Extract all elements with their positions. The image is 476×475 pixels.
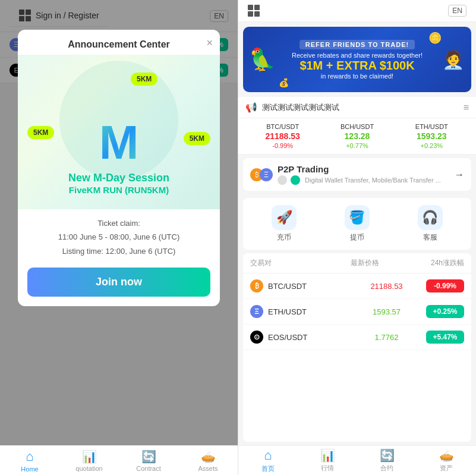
market-table: 交易对 最新价格 24h涨跌幅 ₿ BTC/USDT 21188.53 -0.9…	[243, 253, 471, 442]
market-row-btc[interactable]: ₿ BTC/USDT 21188.53 -0.99%	[243, 273, 471, 299]
right-nav-home[interactable]: ⌂ 首页	[238, 446, 298, 475]
quick-actions: 🚀 充币 🪣 提币 🎧 客服	[243, 198, 471, 250]
lang-button-right[interactable]: EN	[448, 5, 466, 17]
banner-refer-text: REFER FRIENDS TO TRADE!	[300, 40, 415, 49]
eos-pair: EOS/USDT	[268, 333, 347, 342]
col-price-header: 最新价格	[327, 258, 404, 268]
ticker-eth: ETH/USDT 1593.23 +0.23%	[395, 123, 469, 149]
right-panel: EN 🦜 🧑‍💼 🪙 💰 REFER FRIENDS TO TRADE! Rec…	[238, 0, 476, 475]
join-now-button[interactable]: Join now	[27, 268, 210, 297]
nav-item-quotation[interactable]: 📊 quotation	[59, 446, 119, 475]
right-nav-assets[interactable]: 🥧 资产	[417, 446, 476, 475]
market-table-header: 交易对 最新价格 24h涨跌幅	[243, 253, 471, 273]
nav-label-home: Home	[21, 465, 38, 473]
right-nav-contract[interactable]: 🔄 合约	[357, 446, 417, 475]
right-nav-label-contract: 合约	[380, 464, 393, 473]
ticker-price-btc: 21188.53	[245, 131, 320, 141]
p2p-banner[interactable]: ₿ Ξ P2P Trading Digital Wallet Transfer,…	[243, 158, 471, 191]
badge-5km-top: 5KM	[131, 73, 157, 86]
p2p-usdt-icon	[291, 175, 300, 185]
announcement-modal: Announcement Center × 5KM 5KM 5KM M New …	[18, 30, 220, 306]
deposit-label: 充币	[277, 232, 291, 243]
eos-row-icon: ⊙	[250, 331, 263, 344]
announcement-menu-icon[interactable]: ≡	[464, 102, 469, 113]
badge-5km-left: 5KM	[27, 126, 54, 139]
home-icon: ⌂	[26, 449, 33, 464]
eos-change: +5.47%	[426, 331, 464, 344]
eth-price: 1593.57	[347, 307, 426, 316]
service-action[interactable]: 🎧 客服	[418, 205, 443, 243]
p2p-title: P2P Trading	[278, 164, 450, 174]
ticker-pair-eth: ETH/USDT	[395, 123, 469, 130]
p2p-arrow-icon: →	[455, 169, 464, 180]
announcement-bar: 📢 测试测试测试测试测试 ≡	[238, 97, 476, 118]
ticker-price-bch: 123.28	[320, 131, 394, 141]
contract-icon: 🔄	[141, 449, 156, 464]
ticker-change-bch: +0.77%	[320, 142, 394, 149]
nav-item-home[interactable]: ⌂ Home	[0, 446, 59, 475]
ticket-time: 11:00 June 5 - 08:00, June 6 (UTC)	[58, 232, 180, 241]
p2p-sub-text: Digital Wallet Transfer, Mobile/Bank Tra…	[305, 177, 441, 184]
deposit-icon: 🚀	[272, 205, 297, 230]
left-bottom-nav: ⌂ Home 📊 quotation 🔄 Contract 🥧 Assets	[0, 445, 238, 475]
modal-header: Announcement Center ×	[18, 30, 220, 55]
nav-item-contract[interactable]: 🔄 Contract	[119, 446, 178, 475]
m-logo-icon: M	[99, 119, 139, 166]
p2p-subtitle: Digital Wallet Transfer, Mobile/Bank Tra…	[278, 175, 450, 185]
right-promo-banner[interactable]: 🦜 🧑‍💼 🪙 💰 REFER FRIENDS TO TRADE! Receiv…	[243, 27, 471, 92]
btc-price: 21188.53	[347, 282, 426, 291]
ticker-pair-bch: BCH/USDT	[320, 123, 394, 130]
col-pair-header: 交易对	[250, 258, 327, 268]
withdraw-label: 提币	[350, 232, 364, 243]
col-change-header: 24h涨跌幅	[403, 258, 464, 268]
assets-icon: 🥧	[201, 449, 216, 464]
service-label: 客服	[423, 232, 437, 243]
announcement-text: 测试测试测试测试测试	[262, 102, 459, 113]
right-contract-icon: 🔄	[380, 448, 395, 463]
p2p-eth-icon: Ξ	[260, 168, 273, 181]
right-market-icon: 📊	[320, 448, 335, 463]
eth-pair: ETH/USDT	[268, 307, 347, 316]
p2p-icons: ₿ Ξ	[250, 168, 273, 181]
right-logo-area	[248, 5, 260, 17]
right-logo-grid-icon	[248, 5, 260, 17]
banner-footer-text: in rewards to be claimed!	[321, 73, 393, 80]
market-row-eth[interactable]: Ξ ETH/USDT 1593.57 +0.25%	[243, 299, 471, 325]
p2p-info: P2P Trading Digital Wallet Transfer, Mob…	[278, 164, 450, 185]
eth-row-icon: Ξ	[250, 305, 263, 318]
deposit-action[interactable]: 🚀 充币	[272, 205, 297, 243]
ticket-label: Ticket claim:	[97, 219, 140, 228]
nav-item-assets[interactable]: 🥧 Assets	[178, 446, 238, 475]
right-nav-label-assets: 资产	[440, 464, 453, 473]
ticker-bch: BCH/USDT 123.28 +0.77%	[320, 123, 394, 149]
btc-pair: BTC/USDT	[268, 282, 347, 291]
withdraw-icon: 🪣	[345, 205, 370, 230]
banner-coin-icon: 🪙	[428, 32, 442, 45]
eth-change: +0.25%	[426, 305, 464, 318]
btc-change: -0.99%	[426, 279, 464, 292]
market-row-eos[interactable]: ⊙ EOS/USDT 1.7762 +5.47%	[243, 325, 471, 350]
quotation-icon: 📊	[82, 449, 97, 464]
modal-close-button[interactable]: ×	[206, 37, 213, 49]
btc-row-icon: ₿	[250, 279, 263, 292]
right-home-icon: ⌂	[264, 448, 272, 463]
left-panel: Sign in / Register EN Ξ ETH/USDT 1592.45…	[0, 0, 238, 475]
right-nav-market[interactable]: 📊 行情	[298, 446, 357, 475]
right-nav-label-market: 行情	[321, 464, 334, 473]
nav-label-quotation: quotation	[75, 465, 102, 472]
modal-title: Announcement Center	[68, 39, 170, 49]
ticket-info: Ticket claim: 11:00 June 5 - 08:00, June…	[27, 216, 210, 258]
p2p-sub-icon	[278, 175, 287, 185]
banner-bird-icon: 🦜	[249, 47, 276, 72]
banner-title: New M-Day Session	[68, 171, 169, 185]
announcement-overlay[interactable]: Announcement Center × 5KM 5KM 5KM M New …	[0, 0, 238, 445]
service-icon: 🎧	[418, 205, 443, 230]
megaphone-icon: 📢	[245, 102, 257, 113]
modal-banner: 5KM 5KM 5KM M New M-Day Session FiveKM R…	[18, 55, 220, 209]
banner-subtitle-text: Receive rebates and share rewards togeth…	[292, 52, 423, 59]
banner-figure-icon: 🧑‍💼	[442, 49, 464, 70]
banner-amount-text: $1M + EXTRA $100K	[300, 59, 414, 73]
withdraw-action[interactable]: 🪣 提币	[345, 205, 370, 243]
ticker-price-eth: 1593.23	[395, 131, 469, 141]
ticker-pair-btc: BTC/USDT	[245, 123, 320, 130]
